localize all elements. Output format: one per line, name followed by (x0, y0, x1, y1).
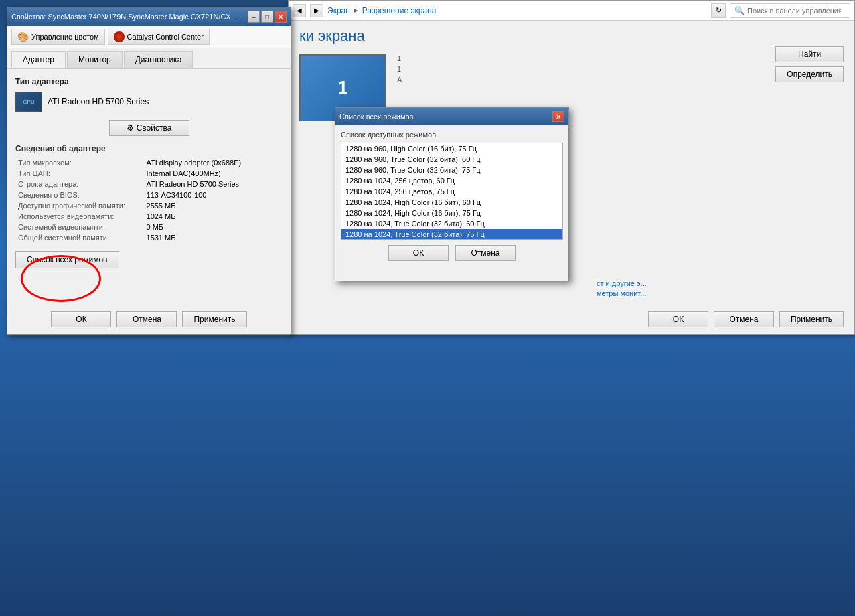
adapter-icon-row: GPU ATI Radeon HD 5700 Series (15, 92, 283, 112)
tab-adapter[interactable]: Адаптер (11, 51, 66, 68)
color-management-label: Управление цветом (31, 33, 99, 41)
info-value-6: 0 МБ (144, 222, 283, 232)
list-item[interactable]: 1280 на 1024, 256 цветов, 60 Гц (341, 175, 562, 186)
modes-close-button[interactable]: ✕ (552, 111, 564, 122)
tab-diagnostics[interactable]: Диагностика (124, 51, 193, 68)
breadcrumb-sep1: ► (353, 7, 360, 14)
adapter-name: ATI Radeon HD 5700 Series (48, 97, 149, 106)
catalyst-icon (114, 31, 125, 42)
info-label-3: Сведения о BIOS: (15, 189, 144, 200)
table-row: Системной видеопамяти: 0 МБ (15, 222, 283, 232)
find-button[interactable]: Найти (775, 46, 844, 62)
adapter-cancel-button[interactable]: Отмена (116, 311, 177, 327)
color-management-button[interactable]: 🎨 Управление цветом (11, 29, 105, 45)
properties-button[interactable]: ⚙ Свойства (109, 120, 189, 136)
info-label-0: Тип микросхем: (15, 157, 144, 168)
gear-icon: ⚙ (127, 123, 134, 133)
list-item[interactable]: 1280 на 1024, High Color (16 бит), 60 Гц (341, 197, 562, 208)
adapter-dialog-titlebar: Свойства: SyncMaster 740N/179N,SyncMaste… (7, 7, 291, 26)
list-item[interactable]: 1280 на 960, True Color (32 бита), 60 Гц (341, 154, 562, 165)
table-row: Строка адаптера: ATI Radeon HD 5700 Seri… (15, 179, 283, 189)
info-label-5: Используется видеопамяти: (15, 211, 144, 222)
properties-label: Свойства (137, 123, 172, 133)
table-row: Тип микросхем: ATI display adapter (0x68… (15, 157, 283, 168)
info-label-2: Строка адаптера: (15, 179, 144, 189)
modes-content: Список доступных режимов 1280 на 960, Hi… (335, 125, 568, 266)
bg-footer: ОК Отмена Применить (648, 311, 844, 327)
adapter-apply-button[interactable]: Применить (182, 311, 246, 327)
info-value-3: 113-AC34100-100 (144, 189, 283, 200)
info-value-0: ATI display adapter (0x688E) (144, 157, 283, 168)
adapter-dialog-footer: ОК Отмена Применить (7, 311, 291, 327)
info-value-4: 2555 МБ (144, 200, 283, 211)
info-value-1: Internal DAC(400MHz) (144, 168, 283, 179)
refresh-button[interactable]: ↻ (711, 3, 726, 18)
back-button[interactable]: ◀ (293, 4, 306, 17)
adapter-dialog: Свойства: SyncMaster 740N/179N,SyncMaste… (7, 7, 291, 335)
params-area: метры монит... (597, 289, 646, 297)
info-value-5: 1024 МБ (144, 211, 283, 222)
advanced-link[interactable]: ст и другие э... (597, 279, 647, 287)
list-item-selected[interactable]: 1280 на 1024, True Color (32 бита), 75 Г… (341, 229, 562, 240)
search-field[interactable]: 🔍 (730, 3, 850, 18)
modes-listbox[interactable]: 1280 на 960, High Color (16 бит), 75 Гц … (341, 143, 563, 240)
search-input[interactable] (747, 7, 841, 15)
close-button[interactable]: ✕ (275, 11, 287, 23)
maximize-button[interactable]: □ (261, 11, 273, 23)
list-item[interactable]: 1280 на 960, True Color (32 бита), 75 Гц (341, 165, 562, 175)
list-item[interactable]: 1280 на 1024, 256 цветов, 75 Гц (341, 186, 562, 197)
catalyst-button[interactable]: Catalyst Control Center (108, 29, 210, 45)
nav-bar: ◀ ▶ Экран ► Разрешение экрана ↻ 🔍 (289, 1, 854, 21)
properties-btn-row: ⚙ Свойства (15, 120, 283, 136)
info-value-2: ATI Radeon HD 5700 Series (144, 179, 283, 189)
adapter-dialog-title: Свойства: SyncMaster 740N/179N,SyncMaste… (11, 13, 237, 21)
info-table: Тип микросхем: ATI display adapter (0x68… (15, 157, 283, 243)
modes-dialog: Список всех режимов ✕ Список доступных р… (335, 107, 569, 281)
table-row: Сведения о BIOS: 113-AC34100-100 (15, 189, 283, 200)
breadcrumb-screen[interactable]: Экран (327, 6, 350, 15)
adapter-icon: GPU (15, 92, 42, 112)
tab-content: Тип адаптера GPU ATI Radeon HD 5700 Seri… (7, 68, 291, 277)
table-row: Доступно графической памяти: 2555 МБ (15, 200, 283, 211)
adapter-icon-graphic: GPU (23, 99, 34, 105)
catalyst-label: Catalyst Control Center (127, 33, 204, 41)
table-row: Используется видеопамяти: 1024 МБ (15, 211, 283, 222)
bg-ok-button[interactable]: ОК (648, 311, 708, 327)
modes-cancel-button[interactable]: Отмена (455, 245, 516, 261)
modes-title: Список всех режимов (339, 112, 413, 121)
search-icon: 🔍 (734, 6, 745, 15)
color-icon: 🎨 (17, 31, 29, 42)
modes-titlebar: Список всех режимов ✕ (335, 108, 568, 125)
breadcrumb: Экран ► Разрешение экрана (327, 6, 707, 15)
adapter-type-label: Тип адаптера (15, 77, 283, 86)
info-label-4: Доступно графической памяти: (15, 200, 144, 211)
toolbar: 🎨 Управление цветом Catalyst Control Cen… (7, 26, 291, 48)
bg-cancel-button[interactable]: Отмена (714, 311, 774, 327)
adapter-ok-button[interactable]: ОК (51, 311, 111, 327)
monitor-number: 1 (337, 77, 348, 98)
page-title: ки экрана (289, 21, 854, 49)
tab-monitor[interactable]: Монитор (67, 51, 123, 68)
minimize-button[interactable]: – (248, 11, 260, 23)
list-item[interactable]: 1280 на 960, High Color (16 бит), 75 Гц (341, 143, 562, 154)
identify-button[interactable]: Определить (775, 66, 844, 82)
tabs-row: Адаптер Монитор Диагностика (7, 48, 291, 68)
forward-button[interactable]: ▶ (310, 4, 323, 17)
info-value-7: 1531 МБ (144, 232, 283, 243)
adapter-info-label: Сведения об адаптере (15, 144, 283, 153)
breadcrumb-resolution[interactable]: Разрешение экрана (362, 6, 437, 15)
list-item[interactable]: 1280 на 1024, High Color (16 бит), 75 Гц (341, 208, 562, 218)
modes-sub-label: Список доступных режимов (341, 131, 563, 139)
table-row: Общей системной памяти: 1531 МБ (15, 232, 283, 243)
params-link[interactable]: метры монит... (597, 289, 646, 297)
title-controls: – □ ✕ (248, 11, 287, 23)
bg-apply-button[interactable]: Применить (779, 311, 844, 327)
modes-ok-button[interactable]: ОК (388, 245, 449, 261)
table-row: Тип ЦАП: Internal DAC(400MHz) (15, 168, 283, 179)
info-label-7: Общей системной памяти: (15, 232, 144, 243)
advanced-area: ст и другие э... (597, 279, 647, 287)
all-modes-button[interactable]: Список всех режимов (15, 251, 119, 268)
info-label-1: Тип ЦАП: (15, 168, 144, 179)
modes-footer: ОК Отмена (341, 245, 563, 261)
list-item[interactable]: 1280 на 1024, True Color (32 бита), 60 Г… (341, 218, 562, 229)
